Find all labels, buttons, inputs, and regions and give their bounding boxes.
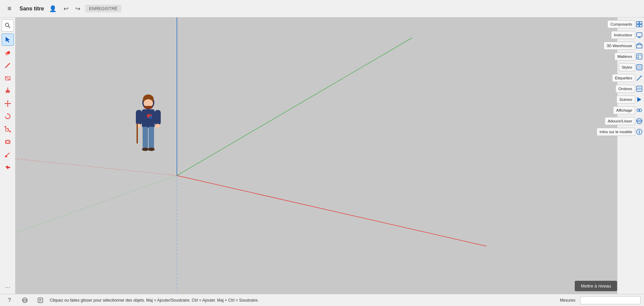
svg-rect-43 — [638, 55, 639, 56]
scale-icon — [4, 126, 11, 132]
ombres-icon-button[interactable] — [636, 84, 643, 93]
rotate-icon — [4, 113, 11, 120]
adoucir-wrap: Adoucir/Lisser — [619, 116, 643, 126]
status-text: Cliquez ou faites glisser pour sélection… — [50, 298, 557, 303]
svg-line-48 — [637, 76, 641, 80]
svg-rect-25 — [6, 128, 8, 131]
select-tool-button[interactable] — [2, 34, 14, 46]
styles-icon — [636, 64, 643, 71]
left-toolbar: … — [0, 17, 15, 294]
svg-point-4 — [5, 23, 9, 27]
pencil-tool-button[interactable] — [2, 59, 14, 71]
saved-label: ENREGISTRÉ — [85, 5, 122, 12]
push-pull-tool-button[interactable] — [2, 85, 14, 97]
svg-point-59 — [639, 130, 640, 131]
composants-button[interactable]: Composants — [607, 20, 635, 28]
svg-line-5 — [8, 26, 10, 28]
move-tool-button[interactable] — [2, 98, 14, 110]
undo-button[interactable]: ↩ — [62, 4, 71, 14]
infos-modele-icon-button[interactable] — [636, 127, 643, 137]
matieres-icon-button[interactable] — [636, 52, 643, 61]
svg-rect-76 — [143, 127, 148, 149]
menu-button[interactable]: ≡ — [3, 3, 15, 15]
adoucir-icon-button[interactable] — [636, 116, 643, 126]
svg-marker-21 — [7, 106, 8, 107]
svg-rect-36 — [640, 25, 642, 27]
app-title: Sans titre — [20, 6, 44, 12]
user-button[interactable]: 👤 — [47, 3, 59, 15]
right-panel: Composants Instructeur 3D Warehouse — [617, 17, 644, 294]
svg-rect-70 — [142, 109, 155, 128]
composants-icon — [636, 21, 643, 28]
composants-icon-button[interactable] — [636, 20, 643, 29]
follow-icon — [4, 164, 11, 171]
instructeur-wrap: Instructeur — [619, 30, 643, 40]
measures-label: Mesures — [560, 298, 575, 303]
svg-marker-20 — [7, 100, 8, 101]
search-icon — [5, 23, 11, 29]
infos-modele-button[interactable]: Infos sur le modèle — [597, 128, 635, 136]
svg-rect-35 — [637, 25, 639, 27]
instructeur-icon — [636, 32, 643, 38]
ombres-button[interactable]: Ombres — [615, 85, 635, 93]
globe-button[interactable] — [19, 294, 31, 306]
warehouse-button[interactable]: 3D Warehouse — [604, 42, 635, 50]
scenes-icon-button[interactable] — [636, 95, 643, 104]
svg-marker-22 — [4, 103, 5, 104]
scale-tool-button[interactable] — [2, 123, 14, 135]
adoucir-button[interactable]: Adoucir/Lisser — [605, 117, 635, 125]
svg-point-79 — [148, 148, 155, 151]
matieres-wrap: Matières — [619, 52, 643, 61]
paint-tool-button[interactable] — [2, 149, 14, 161]
svg-rect-47 — [637, 65, 641, 69]
eraser-tool-button[interactable] — [2, 46, 14, 59]
svg-rect-44 — [640, 55, 641, 56]
warehouse-icon — [636, 42, 643, 49]
redo-button[interactable]: ↪ — [73, 4, 82, 14]
select-icon — [4, 36, 11, 43]
paint-icon — [4, 151, 11, 158]
orbit-tool-button[interactable] — [2, 136, 14, 148]
top-toolbar: ≡ Sans titre 👤 ↩ ↪ ENREGISTRÉ — [0, 0, 644, 17]
search-button[interactable] — [2, 20, 14, 32]
affichage-button[interactable]: Affichage — [613, 106, 635, 114]
svg-marker-40 — [637, 43, 642, 48]
human-figure — [130, 83, 167, 167]
etiquettes-button[interactable]: Étiquettes — [612, 74, 635, 82]
model-info-status-button[interactable] — [34, 294, 46, 306]
scenes-button[interactable]: Scènes — [616, 95, 635, 104]
axis-svg — [15, 17, 617, 294]
styles-button[interactable]: Styles — [619, 63, 635, 71]
measures-input[interactable] — [580, 296, 641, 304]
svg-line-60 — [177, 38, 412, 176]
etiquettes-icon — [636, 75, 643, 81]
more-tools-button[interactable]: … — [2, 280, 14, 292]
instructeur-button[interactable]: Instructeur — [611, 31, 635, 39]
matieres-button[interactable]: Matières — [614, 52, 635, 61]
affichage-wrap: Affichage — [619, 106, 643, 115]
affichage-icon — [636, 107, 643, 114]
styles-icon-button[interactable] — [636, 63, 643, 72]
svg-rect-42 — [637, 54, 642, 59]
svg-rect-45 — [638, 57, 639, 58]
svg-point-31 — [5, 155, 7, 157]
warehouse-icon-button[interactable] — [636, 41, 643, 50]
svg-rect-27 — [5, 126, 6, 127]
scenes-wrap: Scènes — [619, 95, 643, 104]
svg-line-9 — [5, 64, 9, 68]
instructeur-icon-button[interactable] — [636, 30, 643, 40]
follow-tool-button[interactable] — [2, 161, 14, 174]
ombres-icon — [636, 85, 643, 92]
svg-point-81 — [149, 116, 152, 119]
canvas-area[interactable] — [15, 17, 617, 294]
affichage-icon-button[interactable] — [636, 106, 643, 115]
line-tool-button[interactable] — [2, 72, 14, 84]
rotate-tool-button[interactable] — [2, 110, 14, 122]
svg-rect-77 — [149, 127, 154, 149]
help-button[interactable]: ? — [3, 294, 15, 306]
etiquettes-icon-button[interactable] — [636, 73, 643, 83]
svg-marker-32 — [5, 165, 10, 169]
upgrade-button[interactable]: Mettre à niveau — [575, 281, 617, 291]
matieres-icon — [636, 53, 643, 60]
svg-rect-75 — [137, 123, 138, 144]
